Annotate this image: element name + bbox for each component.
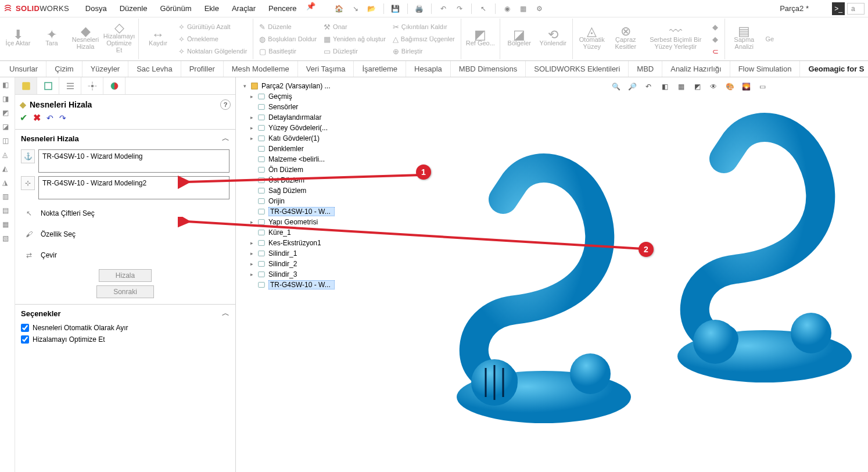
pin-icon[interactable]: 📌 xyxy=(306,2,315,15)
save-icon[interactable]: 💾 xyxy=(389,2,402,15)
side-ic-5[interactable]: ◫ xyxy=(2,137,13,147)
cm-tab-analysis[interactable]: Analiz Hazırlığı xyxy=(662,61,730,77)
apply-scene-icon[interactable]: 🌄 xyxy=(739,80,753,94)
open-icon[interactable]: 📂 xyxy=(365,2,378,15)
cm-tab-mesh[interactable]: Mesh Modelleme xyxy=(224,61,298,77)
align-button[interactable]: Hizala xyxy=(99,269,152,282)
ribbon-noise[interactable]: ✧Gürültüyü Azalt xyxy=(176,22,249,33)
undo-icon[interactable]: ↶ xyxy=(437,2,450,15)
pm-help-icon[interactable]: ? xyxy=(220,99,231,110)
edit-appearance-icon[interactable]: 🎨 xyxy=(723,80,737,94)
ribbon-optimize[interactable]: ◇Hizalamayı Optimize Et xyxy=(103,24,135,53)
prev-view-icon[interactable]: ↶ xyxy=(641,80,655,94)
zoom-area-icon[interactable]: 🔎 xyxy=(625,80,639,94)
tree-item[interactable]: ▸Geçmiş xyxy=(241,91,357,102)
ribbon-sample[interactable]: ✧Örnekleme xyxy=(176,34,249,45)
cm-tab-sketch[interactable]: Çizim xyxy=(46,61,83,77)
tree-item[interactable]: TR-G4SW-10 - W... xyxy=(241,280,357,290)
ribbon-refgeo[interactable]: ◩Ref Geo... xyxy=(465,31,496,47)
side-ic-1[interactable]: ◧ xyxy=(2,81,13,91)
cm-tab-evaluate[interactable]: Hesapla xyxy=(406,61,451,77)
ribbon-merge[interactable]: ⊕Birleştir xyxy=(390,46,457,57)
anchor-selection-icon[interactable]: ⚓ xyxy=(21,149,35,163)
filter-icon[interactable]: ▦ xyxy=(517,2,530,15)
print-icon[interactable]: 🖨️ xyxy=(413,2,426,15)
menu-tools[interactable]: Araçlar xyxy=(226,2,261,15)
ribbon-cross[interactable]: ⊗Çapraz Kesitler xyxy=(610,28,641,50)
home-icon[interactable]: 🏠 xyxy=(333,2,346,15)
cm-tab-markup[interactable]: İşaretleme xyxy=(354,61,406,77)
tree-item[interactable]: Malzeme <belirli... xyxy=(241,154,357,165)
cm-tab-features[interactable]: Unsurlar xyxy=(1,61,46,77)
menu-edit[interactable]: Düzenle xyxy=(114,2,153,15)
side-ic-11[interactable]: ▦ xyxy=(2,220,13,231)
ribbon-misc3[interactable]: ⊂ xyxy=(710,46,721,57)
menu-file[interactable]: Dosya xyxy=(80,2,113,15)
pm-undo-button[interactable]: ↶ xyxy=(46,113,53,123)
tree-item[interactable]: ▸Yüzey Gövdeleri(... xyxy=(241,123,357,133)
cm-tab-data[interactable]: Veri Taşıma xyxy=(298,61,354,77)
ribbon-scan[interactable]: ✦Tara xyxy=(36,31,67,47)
pm-section-head[interactable]: Nesneleri Hizala ︿ xyxy=(15,130,235,147)
ribbon-shift[interactable]: ↔︎Kaydır xyxy=(142,31,174,47)
display-style-icon[interactable]: ◩ xyxy=(690,80,704,94)
view-settings-icon[interactable]: ▭ xyxy=(755,80,769,94)
menu-view[interactable]: Görünüm xyxy=(154,2,197,15)
ribbon-import[interactable]: ⬇︎İçe Aktar xyxy=(2,31,34,47)
new-icon[interactable]: ↘︎ xyxy=(349,2,362,15)
menu-insert[interactable]: Ekle xyxy=(199,2,225,15)
select-icon[interactable]: ↖ xyxy=(477,2,490,15)
tree-item[interactable]: TR-G4SW-10 - W... xyxy=(241,206,357,217)
rebuild-icon[interactable]: ◉ xyxy=(501,2,514,15)
ribbon-tri[interactable]: △Bağımsız Üçgenler xyxy=(390,34,457,45)
side-ic-7[interactable]: ◭ xyxy=(2,165,13,175)
side-ic-6[interactable]: ◬ xyxy=(2,151,13,161)
tree-item[interactable]: Sensörler xyxy=(241,102,357,112)
search-input[interactable]: a xyxy=(847,3,865,15)
tree-root[interactable]: ▾ Parça2 (Varsayılan) ... xyxy=(241,81,357,91)
pm-options-head[interactable]: Seçenekler ︿ xyxy=(15,305,235,322)
cm-tab-mbd-dim[interactable]: MBD Dimensions xyxy=(451,61,526,77)
side-ic-10[interactable]: ▤ xyxy=(2,206,13,217)
tree-item[interactable]: ▸Silindir_3 xyxy=(241,269,357,280)
ribbon-remesh[interactable]: ▦Yeniden ağ oluştur xyxy=(321,34,388,45)
side-ic-2[interactable]: ◨ xyxy=(2,95,13,105)
ribbon-autosurf[interactable]: ◬Otomatik Yüzey xyxy=(576,28,608,50)
ribbon-deviation[interactable]: ▤Sapma Analizi xyxy=(729,28,760,50)
cm-tab-profiles[interactable]: Profiller xyxy=(181,61,224,77)
ribbon-fill[interactable]: ◍Boşlukları Doldur xyxy=(257,34,319,45)
auto-separate-checkbox[interactable]: Nesneleri Otomatik Olarak Ayır xyxy=(15,322,235,334)
ribbon-more[interactable]: Ge xyxy=(762,35,777,42)
zoom-fit-icon[interactable]: 🔍 xyxy=(609,80,623,94)
ribbon-freeform[interactable]: 〰Serbest Biçimli Bir Yüzey Yerleştir xyxy=(644,28,708,50)
tree-item[interactable]: ▸Katı Gövdeler(1) xyxy=(241,133,357,144)
fm-tab-dim[interactable] xyxy=(81,77,103,94)
float-selection-icon[interactable]: ⊹ xyxy=(21,176,35,190)
hide-show-icon[interactable]: 👁 xyxy=(706,80,720,94)
ribbon-trim[interactable]: ✂Çıkıntıları Kaldır xyxy=(390,22,457,33)
pm-redo-button[interactable]: ↷ xyxy=(59,113,66,123)
tree-item[interactable]: ▸Silindir_2 xyxy=(241,259,357,269)
side-ic-9[interactable]: ▥ xyxy=(2,192,13,203)
cm-tab-geomagic[interactable]: Geomagic for S xyxy=(800,61,868,77)
pm-ok-button[interactable]: ✔ xyxy=(20,112,27,123)
cm-tab-addins[interactable]: SOLIDWORKS Eklentileri xyxy=(526,61,629,77)
side-ic-12[interactable]: ▧ xyxy=(2,234,13,245)
side-ic-8[interactable]: ◮ xyxy=(2,178,13,189)
ribbon-simplify[interactable]: ▢Basitleştir xyxy=(257,46,319,57)
view-orient-icon[interactable]: ▦ xyxy=(674,80,688,94)
cm-tab-surfaces[interactable]: Yüzeyler xyxy=(83,61,129,77)
side-ic-3[interactable]: ◩ xyxy=(2,109,13,119)
ribbon-edit[interactable]: ✎Düzenle xyxy=(257,22,319,33)
ribbon-misc1[interactable]: ◆ xyxy=(710,22,721,33)
cm-tab-flow[interactable]: Flow Simulation xyxy=(730,61,801,77)
graphics-area[interactable]: 🔍 🔎 ↶ ◧ ▦ ◩ 👁 🎨 🌄 ▭ ▾ Parça2 (Varsayılan… xyxy=(236,77,868,472)
cm-tab-sheetmetal[interactable]: Sac Levha xyxy=(128,61,181,77)
options-icon[interactable]: ⚙ xyxy=(533,2,546,15)
pm-cancel-button[interactable]: ✖ xyxy=(33,112,41,123)
menu-window[interactable]: Pencere xyxy=(263,2,302,15)
fm-tab-property[interactable] xyxy=(37,77,59,94)
fm-tab-config[interactable] xyxy=(59,77,81,94)
ribbon-repair[interactable]: ⚒Onar xyxy=(321,22,388,33)
ribbon-orient[interactable]: ⟲Yönlendir xyxy=(537,31,569,47)
